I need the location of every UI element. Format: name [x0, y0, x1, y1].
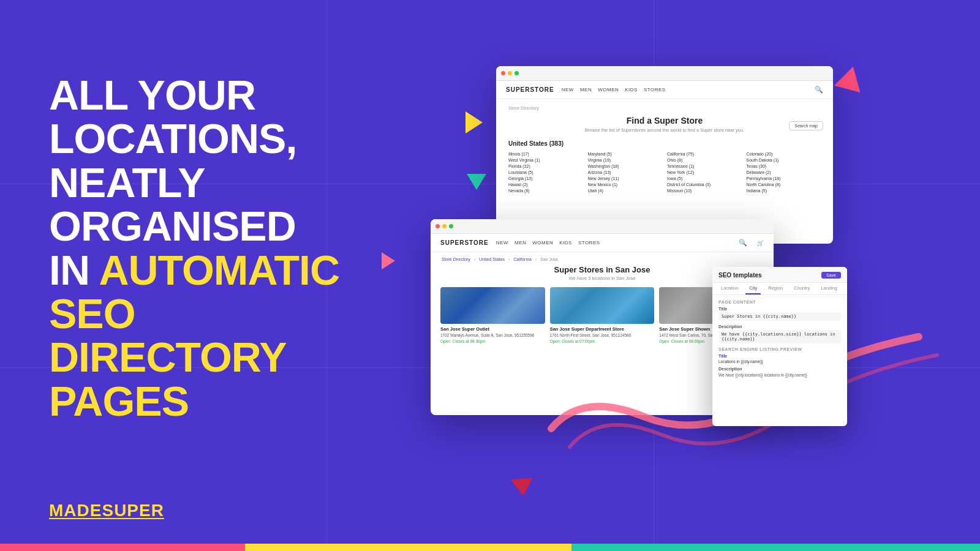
- card1-content: Store Directory Search map Find a Super …: [496, 99, 833, 199]
- close-dot: [435, 224, 440, 228]
- store-nav: SUPERSTORE NEW MEN WOMEN KIDS STORES 🔍: [496, 81, 833, 99]
- search-icon: 🔍: [815, 86, 823, 94]
- save-button[interactable]: Save: [821, 272, 841, 279]
- minimize-dot: [508, 71, 512, 75]
- bar-yellow3: [409, 544, 490, 551]
- bar-teal2: [654, 544, 735, 551]
- description-field-value[interactable]: We have {{city.locations.size}} location…: [718, 330, 841, 343]
- search-map-button[interactable]: Search map: [789, 121, 823, 130]
- bar-teal3: [735, 544, 816, 551]
- store-image: [440, 287, 545, 324]
- breadcrumb: Store Directory › United States › Califo…: [440, 257, 764, 261]
- tab-more[interactable]: ···: [845, 283, 847, 294]
- store-name: San Jose Super Department Store: [550, 326, 655, 332]
- page-subtitle: Browse the list of Superstores around th…: [508, 127, 821, 133]
- seo-panel-title: SEO templates: [718, 272, 762, 279]
- page-content-section: PAGE CONTENT: [718, 300, 841, 304]
- minimize-dot: [442, 224, 447, 228]
- bar-teal: [571, 544, 653, 551]
- search-icon: 🔍: [739, 239, 747, 247]
- store-image: [550, 287, 655, 324]
- preview-desc-label: Description: [718, 367, 841, 371]
- tab-country[interactable]: Country: [790, 283, 813, 294]
- store-directory-card: SUPERSTORE NEW MEN WOMEN KIDS STORES 🔍 S…: [496, 66, 833, 244]
- search-engine-preview: SEARCH ENGINE LISTING PREVIEW Title Loca…: [718, 347, 841, 378]
- preview-title-value: Locations in {{city.name}}: [718, 359, 841, 364]
- preview-desc-value: We have {{city.locations}} locations in …: [718, 372, 841, 378]
- store-hours: Open: Closes at 07:00pm: [550, 339, 655, 343]
- cart-icon: 🛒: [757, 240, 764, 246]
- browser-controls: [431, 219, 774, 234]
- tab-location[interactable]: Location: [717, 283, 742, 294]
- seo-templates-card: SEO templates Save Location City Region …: [712, 267, 847, 426]
- list-item: San Jose Super Department Store 1761 Nor…: [550, 287, 655, 343]
- bottom-color-bar: [0, 544, 980, 551]
- us-heading: United States (383): [508, 140, 821, 147]
- seo-tabs: Location City Region Country Landing ···: [712, 283, 847, 295]
- maximize-dot: [514, 71, 519, 75]
- hero-section: ALL YOUR LOCATIONS, NEATLY ORGANISED IN …: [49, 73, 404, 423]
- bar-pink2: [81, 544, 163, 551]
- description-field-label: Description: [718, 324, 841, 329]
- close-dot: [501, 71, 505, 75]
- pink-triangle-icon: [834, 63, 866, 92]
- green-arrow-icon: [467, 174, 486, 190]
- store-address: 1761 North First Street, San Jose, 95112…: [550, 333, 655, 338]
- preview-title-label: Title: [718, 354, 841, 358]
- preview-section-title: SEARCH ENGINE LISTING PREVIEW: [718, 347, 841, 351]
- bar-teal5: [899, 544, 980, 551]
- seo-panel-content: PAGE CONTENT Title Super Stores in {{cit…: [712, 295, 847, 383]
- brand-logo: MADESUPER: [49, 501, 164, 520]
- store-name: San Jose Super Outlet: [440, 326, 545, 332]
- store-address: 1702 Maralys Avenue, Suite A, San Jose, …: [440, 333, 545, 338]
- tab-city[interactable]: City: [745, 283, 761, 294]
- title-field-label: Title: [718, 307, 841, 311]
- bar-pink: [0, 544, 81, 551]
- nav-items: NEW MEN WOMEN KIDS STORES: [496, 240, 731, 246]
- yellow-arrow-icon: [466, 111, 483, 133]
- maximize-dot: [449, 224, 453, 228]
- tab-landing[interactable]: Landing: [817, 283, 841, 294]
- hero-headline: ALL YOUR LOCATIONS, NEATLY ORGANISED IN …: [49, 73, 404, 423]
- nav-items: NEW MEN WOMEN KIDS STORES: [562, 87, 807, 92]
- store-nav: SUPERSTORE NEW MEN WOMEN KIDS STORES 🔍 🛒: [431, 234, 774, 252]
- bar-yellow4: [490, 544, 571, 551]
- tab-region[interactable]: Region: [764, 283, 786, 294]
- bar-teal4: [816, 544, 898, 551]
- breadcrumb: Store Directory: [508, 105, 821, 111]
- seo-panel-header: SEO templates Save: [712, 267, 847, 283]
- store-hours: Open: Closes at 08:30pm: [440, 339, 545, 343]
- bar-pink3: [164, 544, 245, 551]
- list-item: San Jose Super Outlet 1702 Maralys Avenu…: [440, 287, 545, 343]
- page-title: Find a Super Store: [508, 116, 821, 126]
- bar-yellow2: [326, 544, 408, 551]
- states-grid: Illinois (17) Maryland (5) California (7…: [508, 152, 821, 193]
- browser-controls: [496, 66, 833, 81]
- red-triangle-icon: [511, 478, 534, 497]
- bar-yellow: [245, 544, 326, 551]
- title-field-value[interactable]: Super Stores in {{city.name}}: [718, 312, 841, 321]
